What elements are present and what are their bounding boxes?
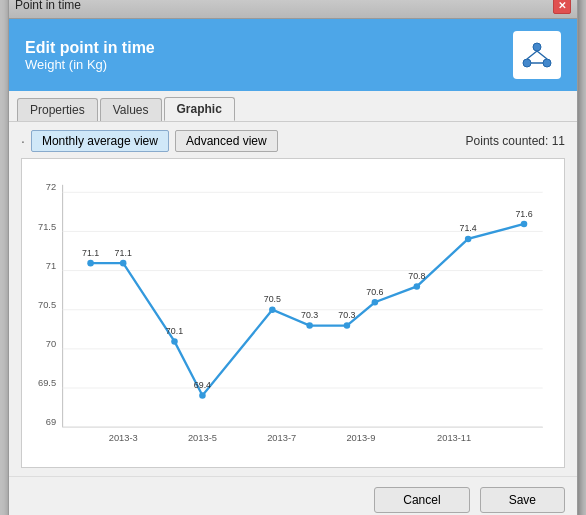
line-chart: 72 71.5 71 70.5 70 69.5 69 2013-3: [30, 167, 552, 459]
app-icon: [519, 37, 555, 73]
points-count: Points counted: 11: [466, 134, 565, 148]
header-section: Edit point in time Weight (in Kg): [9, 19, 577, 91]
view-controls: · Monthly average view Advanced view Poi…: [21, 130, 565, 152]
label-7: 70.3: [338, 310, 355, 320]
svg-line-3: [527, 51, 537, 59]
point-10: [465, 236, 472, 243]
svg-line-4: [537, 51, 547, 59]
point-9: [414, 283, 421, 290]
x-label-2013-7: 2013-7: [267, 433, 296, 443]
y-label-69: 69: [46, 417, 56, 427]
header-icon: [513, 31, 561, 79]
tab-properties[interactable]: Properties: [17, 98, 98, 121]
y-label-705: 70.5: [38, 300, 56, 310]
header-title: Edit point in time: [25, 39, 155, 57]
label-8: 70.6: [366, 287, 383, 297]
footer: Cancel Save: [9, 476, 577, 515]
svg-point-1: [523, 59, 531, 67]
point-3: [171, 338, 178, 345]
label-4: 69.4: [194, 380, 211, 390]
label-9: 70.8: [408, 271, 425, 281]
point-8: [372, 299, 379, 306]
advanced-view-button[interactable]: Advanced view: [175, 130, 278, 152]
label-3: 70.1: [166, 326, 183, 336]
x-label-2013-5: 2013-5: [188, 433, 217, 443]
x-label-2013-11: 2013-11: [437, 433, 471, 443]
svg-point-0: [533, 43, 541, 51]
point-4: [199, 392, 206, 399]
tabs-row: Properties Values Graphic: [9, 91, 577, 122]
x-label-2013-3: 2013-3: [109, 433, 138, 443]
svg-point-2: [543, 59, 551, 67]
content-area: · Monthly average view Advanced view Poi…: [9, 122, 577, 476]
main-window: Point in time ✕ Edit point in time Weigh…: [8, 0, 578, 515]
save-button[interactable]: Save: [480, 487, 565, 513]
y-label-715: 71.5: [38, 222, 56, 232]
view-buttons: · Monthly average view Advanced view: [21, 130, 278, 152]
label-1: 71.1: [82, 248, 99, 258]
tab-values[interactable]: Values: [100, 98, 162, 121]
point-7: [344, 322, 351, 329]
header-subtitle: Weight (in Kg): [25, 57, 155, 72]
label-10: 71.4: [459, 223, 476, 233]
label-11: 71.6: [515, 209, 532, 219]
y-label-70: 70: [46, 339, 56, 349]
point-11: [521, 221, 528, 228]
point-2: [120, 260, 127, 267]
monthly-avg-button[interactable]: Monthly average view: [31, 130, 169, 152]
header-text: Edit point in time Weight (in Kg): [25, 39, 155, 72]
y-label-72: 72: [46, 182, 56, 192]
separator: ·: [21, 133, 25, 149]
cancel-button[interactable]: Cancel: [374, 487, 469, 513]
tab-graphic[interactable]: Graphic: [164, 97, 235, 121]
window-title: Point in time: [15, 0, 81, 12]
point-5: [269, 306, 276, 313]
chart-container: 72 71.5 71 70.5 70 69.5 69 2013-3: [21, 158, 565, 468]
close-button[interactable]: ✕: [553, 0, 571, 14]
label-6: 70.3: [301, 310, 318, 320]
title-bar: Point in time ✕: [9, 0, 577, 19]
x-label-2013-9: 2013-9: [346, 433, 375, 443]
label-2: 71.1: [115, 248, 132, 258]
point-6: [306, 322, 313, 329]
point-1: [87, 260, 94, 267]
y-label-71: 71: [46, 261, 56, 271]
label-5: 70.5: [264, 294, 281, 304]
y-label-695: 69.5: [38, 378, 56, 388]
